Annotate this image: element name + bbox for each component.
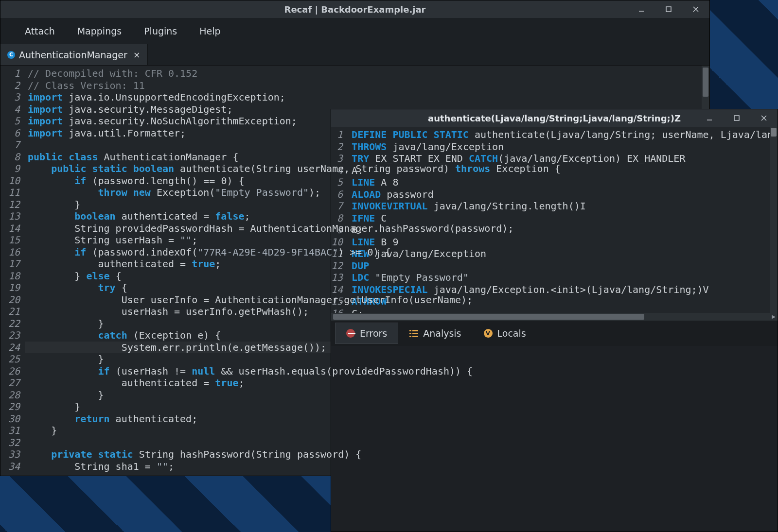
source-editor[interactable]: 1234567891011121314151617181920212223242…: [0, 66, 709, 476]
main-titlebar[interactable]: Recaf | BackdoorExample.jar: [0, 0, 709, 18]
main-window-controls: [628, 0, 709, 18]
bc-close-button[interactable]: [750, 109, 778, 127]
main-window-title: Recaf | BackdoorExample.jar: [284, 4, 426, 15]
tab-authenticationmanager[interactable]: C AuthenticationManager ×: [0, 44, 148, 65]
menu-mappings[interactable]: Mappings: [77, 26, 122, 36]
menu-help[interactable]: Help: [199, 26, 220, 36]
maximize-button[interactable]: [655, 0, 682, 18]
scroll-right-icon[interactable]: ▶: [770, 313, 778, 321]
editor-tabbar: C AuthenticationManager ×: [0, 44, 709, 66]
tab-label: AuthenticationManager: [19, 50, 127, 60]
bc-maximize-button[interactable]: [723, 109, 750, 127]
scrollbar-thumb[interactable]: [771, 128, 777, 137]
source-gutter: 1234567891011121314151617181920212223242…: [0, 66, 25, 476]
main-window: Recaf | BackdoorExample.jar Attach Mappi…: [0, 0, 710, 476]
svg-rect-5: [734, 116, 739, 120]
menu-plugins[interactable]: Plugins: [144, 26, 177, 36]
bytecode-scrollbar-vertical[interactable]: [770, 127, 778, 313]
menu-attach[interactable]: Attach: [25, 26, 55, 36]
menubar: Attach Mappings Plugins Help: [0, 18, 709, 44]
close-button[interactable]: [682, 0, 709, 18]
svg-rect-1: [666, 7, 671, 12]
tab-close-icon[interactable]: ×: [131, 50, 141, 60]
minimize-button[interactable]: [628, 0, 655, 18]
source-code[interactable]: // Decompiled with: CFR 0.152// Class Ve…: [25, 66, 709, 476]
class-icon: C: [7, 51, 15, 59]
